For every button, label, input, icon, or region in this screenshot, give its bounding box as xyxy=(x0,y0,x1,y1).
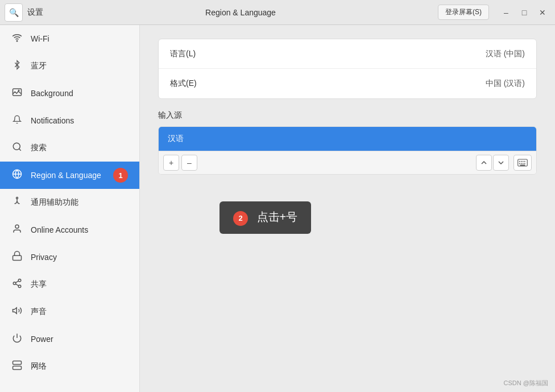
format-value: 中国 (汉语) xyxy=(486,79,525,89)
sidebar-label-bluetooth: 蓝牙 xyxy=(31,61,47,71)
input-source-card: 汉语 + – xyxy=(158,126,537,175)
wifi-icon xyxy=(11,32,23,45)
add-input-source-button[interactable]: + xyxy=(163,155,179,171)
watermark: CSDN @陈福国 xyxy=(504,379,548,387)
region-icon xyxy=(11,169,23,181)
search-button[interactable]: 🔍 xyxy=(5,3,23,22)
sidebar-label-network: 网络 xyxy=(31,361,47,372)
move-up-button[interactable] xyxy=(476,155,492,171)
close-button[interactable]: ✕ xyxy=(535,5,550,20)
network-icon xyxy=(11,360,23,373)
sidebar-label-privacy: Privacy xyxy=(31,253,57,262)
content-area: 语言(L) 汉语 (中国) 格式(E) 中国 (汉语) 输入源 汉语 + – xyxy=(140,25,555,392)
input-source-toolbar: + – xyxy=(159,151,536,174)
sound-icon xyxy=(11,306,23,318)
language-label: 语言(L) xyxy=(170,49,196,59)
sidebar-label-share: 共享 xyxy=(31,279,47,290)
svg-rect-9 xyxy=(13,255,22,260)
bluetooth-icon xyxy=(11,60,23,72)
svg-point-2 xyxy=(18,90,20,92)
format-label: 格式(E) xyxy=(170,79,197,89)
language-value: 汉语 (中国) xyxy=(486,49,525,59)
sidebar-item-power[interactable]: Power xyxy=(0,325,139,353)
svg-marker-15 xyxy=(13,308,17,314)
svg-line-4 xyxy=(19,148,20,150)
svg-point-3 xyxy=(13,143,20,150)
sidebar-item-wifi[interactable]: Wi-Fi xyxy=(0,25,139,52)
sidebar-item-privacy[interactable]: Privacy xyxy=(0,244,139,271)
svg-point-12 xyxy=(18,285,21,288)
sidebar-label-wifi: Wi-Fi xyxy=(31,34,49,43)
sidebar-label-search: 搜索 xyxy=(31,143,47,153)
sidebar-item-sound[interactable]: 声音 xyxy=(0,298,139,325)
svg-line-13 xyxy=(15,284,18,286)
svg-point-7 xyxy=(16,197,18,199)
sidebar-item-region[interactable]: Region & Language 1 xyxy=(0,162,139,189)
arrow-group xyxy=(476,155,509,171)
sidebar: Wi-Fi 蓝牙 Background xyxy=(0,25,140,392)
sidebar-label-accessibility: 通用辅助功能 xyxy=(31,197,78,208)
page-title: Region & Language xyxy=(43,8,438,17)
maximize-button[interactable]: □ xyxy=(516,5,532,20)
titlebar-left: 🔍 设置 xyxy=(0,3,43,22)
online-accounts-icon xyxy=(11,224,23,236)
svg-point-8 xyxy=(15,225,19,228)
minimize-button[interactable]: – xyxy=(498,5,514,20)
step-badge-1: 1 xyxy=(113,168,128,183)
privacy-icon xyxy=(11,251,23,263)
app-title: 设置 xyxy=(27,7,43,18)
svg-point-11 xyxy=(13,282,16,285)
sidebar-label-sound: 声音 xyxy=(31,307,47,317)
background-icon xyxy=(11,88,23,99)
input-source-section-title: 输入源 xyxy=(158,110,537,121)
accessibility-icon xyxy=(11,196,23,209)
sidebar-label-background: Background xyxy=(31,89,73,98)
input-source-item[interactable]: 汉语 xyxy=(159,127,536,151)
tooltip-text: 点击+号 xyxy=(257,211,298,223)
sidebar-item-online-accounts[interactable]: Online Accounts xyxy=(0,216,139,244)
sidebar-label-online-accounts: Online Accounts xyxy=(31,225,88,234)
sidebar-item-notifications[interactable]: Notifications xyxy=(0,107,139,134)
search-sidebar-icon xyxy=(11,142,23,154)
power-icon xyxy=(11,333,23,345)
sidebar-label-region: Region & Language xyxy=(31,171,101,180)
sidebar-label-power: Power xyxy=(31,335,53,344)
sidebar-item-bluetooth[interactable]: 蓝牙 xyxy=(0,52,139,80)
sidebar-item-accessibility[interactable]: 通用辅助功能 xyxy=(0,189,139,216)
titlebar: 🔍 设置 Region & Language 登录屏幕(S) – □ ✕ xyxy=(0,0,555,25)
move-down-button[interactable] xyxy=(493,155,509,171)
main-layout: Wi-Fi 蓝牙 Background xyxy=(0,25,555,392)
svg-rect-18 xyxy=(13,366,22,370)
svg-line-14 xyxy=(15,281,18,283)
sidebar-item-background[interactable]: Background xyxy=(0,80,139,107)
language-format-card: 语言(L) 汉语 (中国) 格式(E) 中国 (汉语) xyxy=(158,39,537,99)
step-badge-2: 2 xyxy=(233,211,248,226)
titlebar-right: 登录屏幕(S) – □ ✕ xyxy=(438,5,550,20)
sidebar-label-notifications: Notifications xyxy=(31,116,74,125)
language-row[interactable]: 语言(L) 汉语 (中国) xyxy=(159,39,536,69)
login-screen-button[interactable]: 登录屏幕(S) xyxy=(438,5,489,20)
svg-point-10 xyxy=(18,279,21,282)
sidebar-item-share[interactable]: 共享 xyxy=(0,271,139,298)
notifications-icon xyxy=(11,114,23,127)
svg-point-0 xyxy=(16,40,18,42)
tooltip-overlay: 2 点击+号 xyxy=(219,201,311,234)
remove-input-source-button[interactable]: – xyxy=(181,155,197,171)
share-icon xyxy=(11,278,23,291)
keyboard-settings-button[interactable] xyxy=(513,155,532,171)
sidebar-item-network[interactable]: 网络 xyxy=(0,353,139,380)
format-row[interactable]: 格式(E) 中国 (汉语) xyxy=(159,69,536,98)
sidebar-item-search[interactable]: 搜索 xyxy=(0,134,139,162)
svg-rect-17 xyxy=(13,361,22,365)
